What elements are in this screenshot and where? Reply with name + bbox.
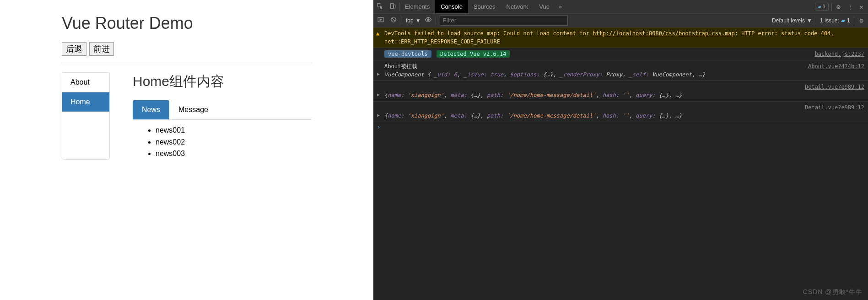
levels-label: Default levels: [772, 17, 805, 24]
page-title: Vue Router Demo: [62, 14, 312, 33]
expand-icon[interactable]: ▶: [377, 112, 380, 118]
back-button[interactable]: 后退: [62, 42, 86, 56]
warn-url[interactable]: http://localhost:8080/css/bootstrap.css.…: [593, 30, 735, 37]
warn-text: DevTools failed to load source map: Coul…: [384, 30, 593, 37]
divider: [816, 16, 816, 25]
clear-icon[interactable]: [389, 16, 398, 24]
sidebar-item-label: About: [70, 78, 90, 86]
console-log: About.vue?474b:12 About被挂载 ▶ VueComponen…: [373, 60, 868, 81]
message-icon: ▰: [818, 4, 821, 10]
expand-icon[interactable]: ▶: [377, 70, 380, 77]
tabs: News Message: [133, 100, 312, 120]
nav-buttons: 后退 前进: [62, 42, 312, 56]
divider: [436, 16, 436, 25]
chevron-down-icon: ▼: [807, 17, 812, 24]
list-item[interactable]: news001: [156, 124, 312, 136]
expand-icon[interactable]: ▶: [377, 91, 380, 98]
tab-console[interactable]: Console: [435, 0, 468, 13]
divider: [62, 63, 312, 63]
log-text: About被挂载: [384, 63, 417, 70]
object-preview[interactable]: {name: 'xiangqign', meta: {…}, path: '/h…: [384, 92, 682, 98]
tab-elements[interactable]: Elements: [399, 0, 435, 13]
more-tabs-icon[interactable]: »: [555, 4, 566, 10]
tab-news[interactable]: News: [133, 100, 169, 119]
content-area: Home组件内容 News Message news001 news002 ne…: [133, 72, 312, 160]
devtools-tag: vue-devtools: [384, 50, 431, 58]
sidebar-item-about[interactable]: About: [62, 73, 109, 92]
source-link[interactable]: About.vue?474b:12: [808, 62, 864, 70]
filter-input[interactable]: [440, 15, 568, 26]
warning-icon: ▲: [376, 29, 379, 38]
console-prompt[interactable]: ›: [373, 122, 868, 132]
levels-selector[interactable]: Default levels ▼: [772, 17, 812, 24]
divider: [854, 16, 854, 25]
news-list: news001 news002 news003: [133, 124, 312, 160]
context-label: top: [406, 17, 414, 24]
gear-icon[interactable]: ⚙: [835, 3, 842, 11]
issue-label: 1 Issue:: [820, 17, 839, 24]
inspect-icon[interactable]: [373, 3, 386, 11]
tab-label: News: [142, 106, 160, 113]
divider: [402, 16, 402, 25]
main-area: About Home Home组件内容 News Message news001…: [62, 72, 312, 160]
console-log: backend.js:2237 vue-devtools Detected Vu…: [373, 48, 868, 60]
content-heading: Home组件内容: [133, 72, 312, 91]
object-preview[interactable]: VueComponent { _uid: 6, _isVue: true, $o…: [384, 71, 705, 78]
device-icon[interactable]: [386, 3, 399, 11]
sidebar-item-label: Home: [70, 98, 90, 106]
tab-label: Message: [178, 106, 208, 113]
tab-sources[interactable]: Sources: [468, 0, 501, 13]
devtools-panel: Elements Console Sources Network Vue » ▰…: [373, 0, 868, 300]
source-link[interactable]: Detail.vue?e989:12: [805, 103, 864, 112]
close-icon[interactable]: ✕: [858, 3, 865, 11]
play-icon[interactable]: [376, 16, 385, 24]
devtools-right-icons: ▰ 1 ⚙ ⋮ ✕: [815, 3, 868, 11]
tab-vue[interactable]: Vue: [534, 0, 555, 13]
issue-count: 1: [847, 17, 850, 24]
console-warning: ▲ DevTools failed to load source map: Co…: [373, 27, 868, 48]
console-output: ▲ DevTools failed to load source map: Co…: [373, 27, 868, 300]
divider: [831, 3, 832, 11]
side-nav: About Home: [62, 72, 110, 160]
warn-text: net::ERR_HTTP_RESPONSE_CODE_FAILURE: [384, 38, 500, 45]
message-badge[interactable]: ▰ 1: [815, 3, 829, 11]
watermark: CSDN @勇敢*牛牛: [803, 288, 863, 296]
detected-badge: Detected Vue v2.6.14: [437, 50, 510, 58]
more-icon[interactable]: ⋮: [845, 3, 855, 11]
sidebar-item-home[interactable]: Home: [62, 92, 109, 112]
context-selector[interactable]: top ▼: [406, 17, 421, 24]
chevron-down-icon: ▼: [415, 17, 421, 24]
object-preview[interactable]: {name: 'xiangqign', meta: {…}, path: '/h…: [384, 112, 682, 119]
svg-point-5: [427, 19, 429, 21]
console-log: Detail.vue?e989:12 ▶ {name: 'xiangqign',…: [373, 102, 868, 122]
console-log: Detail.vue?e989:12 ▶ {name: 'xiangqign',…: [373, 81, 868, 102]
console-toolbar: top ▼ Default levels ▼ 1 Issue: ▰ 1 ⚙: [373, 14, 868, 27]
eye-icon[interactable]: [425, 16, 432, 25]
tab-network[interactable]: Network: [501, 0, 534, 13]
warn-text: : HTTP error: status code 404,: [735, 30, 834, 37]
source-link[interactable]: backend.js:2237: [815, 50, 864, 58]
list-item[interactable]: news002: [156, 136, 312, 148]
source-link[interactable]: Detail.vue?e989:12: [805, 83, 864, 91]
svg-rect-0: [377, 4, 380, 6]
forward-button[interactable]: 前进: [89, 42, 114, 56]
app-panel: Vue Router Demo 后退 前进 About Home Home组件内…: [0, 0, 373, 300]
message-icon: ▰: [841, 17, 845, 24]
devtools-tabs: Elements Console Sources Network Vue » ▰…: [373, 0, 868, 14]
issues-button[interactable]: 1 Issue: ▰ 1: [820, 17, 850, 24]
list-item[interactable]: news003: [156, 148, 312, 160]
gear-icon[interactable]: ⚙: [858, 17, 865, 24]
tab-message[interactable]: Message: [169, 100, 217, 119]
badge-count: 1: [823, 4, 826, 10]
